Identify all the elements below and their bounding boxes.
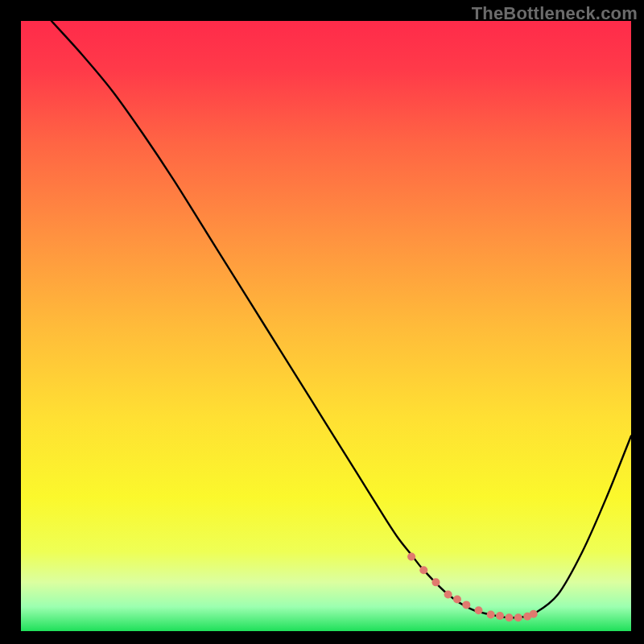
trough-marker	[505, 613, 513, 621]
trough-marker	[496, 612, 504, 620]
trough-marker	[431, 578, 440, 586]
trough-marker	[407, 553, 415, 561]
trough-marker	[453, 596, 461, 604]
trough-marker	[444, 591, 452, 599]
trough-marker	[530, 610, 538, 618]
watermark-text: TheBottleneck.com	[472, 3, 638, 24]
trough-marker	[487, 611, 495, 619]
chart-container: TheBottleneck.com	[0, 0, 644, 644]
trough-marker	[475, 606, 483, 614]
chart-svg	[0, 0, 644, 644]
plot-background	[21, 21, 631, 631]
trough-marker	[419, 566, 427, 574]
trough-marker	[462, 601, 470, 609]
trough-marker	[514, 613, 522, 621]
